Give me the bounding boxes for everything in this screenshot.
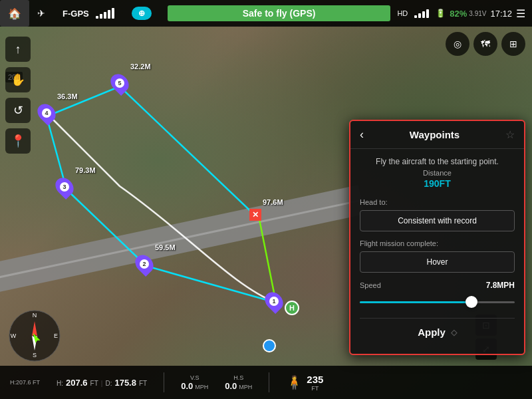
bar4 (108, 10, 110, 19)
video-signal (414, 9, 429, 18)
hs-display: H.S 0.0 MPH (225, 374, 252, 391)
sidebar-hand-btn[interactable]: ✋ (5, 67, 31, 92)
panel-back-button[interactable]: ‹ (360, 128, 364, 142)
bottom-bar: H:207.6 FT H: 207.6 FT | D: 175.8 FT V.S… (0, 366, 532, 399)
person-icon: 🧍 (286, 374, 303, 390)
gps-section: F-GPS (53, 0, 122, 27)
slider-track (360, 301, 515, 303)
time-display: 17:12 (490, 9, 512, 19)
signal-bars (96, 8, 114, 19)
slider-thumb[interactable] (466, 296, 477, 308)
wp5-number: 5 (115, 78, 124, 88)
vs-label: V.S (190, 374, 200, 381)
wp2-dist: 59.5M (155, 243, 176, 251)
drone-section: ✈ (29, 0, 53, 27)
hs-unit: MPH (239, 384, 252, 390)
waypoint-4[interactable]: 4 36.3M (39, 103, 55, 123)
layers-btn[interactable]: ⊞ (501, 32, 525, 56)
battery-indicator: 82% 3.91V (450, 9, 486, 19)
wp3-dist: 79.3M (75, 166, 96, 174)
apply-icon: ◇ (451, 328, 457, 337)
panel-star-button[interactable]: ☆ (505, 128, 515, 141)
h-val: 207.6 (66, 378, 88, 388)
gps-mode-button[interactable]: ⊕ (132, 7, 152, 20)
home-icon: 🏠 (8, 7, 21, 20)
compass-btn[interactable]: ◎ (446, 32, 469, 56)
bar3 (104, 12, 106, 19)
wp3-number: 3 (60, 182, 69, 192)
head-to-button[interactable]: Consistent with record (360, 210, 515, 231)
bar2 (100, 14, 102, 19)
svg-text:N: N (33, 312, 37, 319)
divider1 (164, 372, 164, 392)
slider-fill (360, 301, 471, 303)
vs-display: V.S 0.0 MPH (181, 374, 208, 391)
home-button[interactable]: 🏠 (0, 0, 29, 27)
dist-val: 235 (307, 374, 323, 385)
bar1 (96, 16, 98, 19)
svg-text:S: S (33, 352, 37, 358)
d-unit-label: FT (139, 380, 147, 387)
map-type-btn[interactable]: 🗺 (473, 32, 497, 56)
wp4-dist: 36.3M (57, 92, 78, 100)
wp2-number: 2 (140, 259, 149, 269)
hs-val: 0.0 (225, 381, 237, 391)
drone-position (263, 339, 276, 352)
h-prefix: H: (57, 380, 63, 387)
mission-complete-button[interactable]: Hover (360, 251, 515, 273)
top-right-icons: HD 🔋 82% 3.91V 17:12 ☰ (397, 7, 532, 20)
vs-val: 0.0 (181, 381, 193, 391)
svg-text:E: E (54, 332, 58, 339)
waypoint-5[interactable]: 5 32.2M (112, 73, 128, 93)
home-point: H (285, 301, 299, 315)
wp4-number: 4 (42, 108, 51, 118)
bar5 (112, 8, 114, 19)
sidebar-up-btn[interactable]: ↑ (5, 37, 31, 62)
apply-button[interactable]: Apply ◇ (360, 318, 515, 346)
apply-label: Apply (418, 327, 446, 338)
svg-line-0 (259, 219, 276, 303)
drone-icon: ✈ (37, 8, 45, 19)
hd-badge: HD (397, 9, 408, 17)
sidebar-refresh-btn[interactable]: ↺ (5, 98, 31, 123)
wp1-number: 1 (269, 297, 279, 306)
d-val: 175.8 (114, 378, 136, 388)
wp5-dist: 32.2M (130, 63, 151, 70)
menu-icon[interactable]: ☰ (516, 7, 525, 20)
top-bar: 🏠 ✈ F-GPS ⊕ Safe to fly (GPS) HD 🔋 82% 3… (0, 0, 532, 27)
gps-label: F-GPS (63, 9, 89, 19)
speed-slider[interactable] (360, 295, 515, 309)
panel-title: Waypoints (410, 129, 460, 140)
panel-body: Fly the aircraft to the starting point. … (350, 149, 524, 354)
vs-unit: MPH (195, 384, 208, 390)
h-label: H:207.6 FT (10, 379, 40, 386)
waypoint-6[interactable]: ✕ 97.6M (249, 209, 261, 221)
mission-complete-label: Flight mission complete: (360, 239, 515, 247)
distance-label: Distance (360, 169, 515, 177)
speed-label-row: Speed 7.8MPH (360, 281, 515, 290)
person-dist: 🧍 235 FT (286, 374, 323, 392)
battery-v: 3.91V (469, 10, 486, 17)
divider2 (269, 372, 269, 392)
waypoints-panel: ‹ Waypoints ☆ Fly the aircraft to the st… (349, 120, 525, 355)
speed-section: Speed 7.8MPH (360, 281, 515, 309)
hs-label: H.S (233, 374, 243, 381)
gps-mode-section: ⊕ (122, 0, 161, 27)
battery-icon-outline: 🔋 (436, 9, 446, 18)
safe-to-fly-status: Safe to fly (GPS) (168, 5, 391, 21)
compass: N S E W (8, 309, 61, 362)
distance-value: 190FT (360, 178, 515, 189)
height-display: H: 207.6 FT | D: 175.8 FT (57, 378, 147, 388)
speed-label: Speed (360, 281, 381, 289)
h-unit-label: FT (90, 380, 98, 387)
top-right-buttons: ◎ 🗺 ⊞ (446, 32, 525, 56)
waypoint-3[interactable]: 3 79.3M (57, 177, 72, 197)
d-prefix: D: (105, 380, 112, 387)
battery-pct: 82% (450, 9, 467, 19)
waypoint-2[interactable]: 2 59.5M (136, 254, 152, 274)
svg-text:W: W (11, 332, 17, 339)
panel-header: ‹ Waypoints ☆ (350, 121, 524, 149)
waypoint-1[interactable]: 1 (266, 291, 282, 311)
head-to-label: Head to: (360, 198, 515, 206)
sidebar-location-btn[interactable]: 📍 (5, 128, 31, 154)
